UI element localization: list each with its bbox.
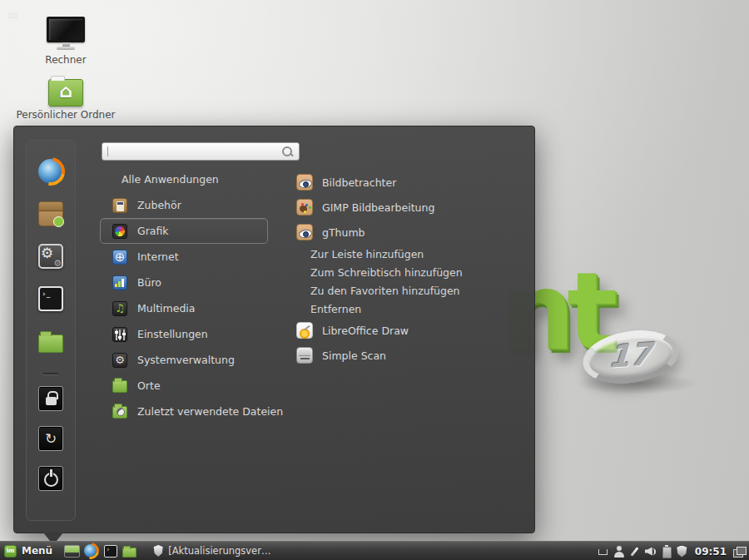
taskbar: Menü [Aktualisierungsver… 09:51 — [0, 541, 749, 560]
search-input[interactable] — [110, 146, 281, 157]
quick-launch-terminal[interactable] — [104, 545, 117, 558]
sidebar-separator — [43, 373, 58, 374]
logout-button[interactable] — [38, 426, 63, 451]
category-orte[interactable]: Orte — [100, 373, 268, 399]
terminal-icon — [38, 286, 63, 311]
taskbar-window-title: [Aktualisierungsver… — [168, 545, 270, 557]
context-item-zum-schreibtisch-hinzufugen[interactable]: Zum Schreibtisch hinzufügen — [296, 263, 517, 281]
text-caret — [107, 146, 108, 156]
desktop: ∞ nt 17 Rechner Persönlicher Ordner Alle… — [0, 0, 749, 560]
graphics-icon — [112, 224, 127, 239]
application-list: BildbetrachterGIMP BildbearbeitunggThumb… — [296, 170, 517, 368]
administration-icon — [112, 353, 127, 368]
category-multimedia[interactable]: Multimedia — [100, 295, 268, 321]
firefox-icon — [38, 159, 63, 184]
app-libreoffice-draw[interactable]: LibreOffice Draw — [296, 318, 517, 343]
desktop-icon-label: Rechner — [16, 54, 116, 66]
category-label: Multimedia — [137, 302, 196, 315]
quick-launch-show-desktop[interactable] — [64, 544, 79, 558]
computer-icon — [47, 17, 85, 52]
taskbar-clock[interactable]: 09:51 — [695, 546, 727, 558]
category-label: Grafik — [137, 225, 169, 237]
category-systemverwaltung[interactable]: Systemverwaltung — [100, 347, 268, 373]
context-item-label: Zu den Favoriten hinzufügen — [310, 285, 460, 297]
quick-launch-area — [64, 544, 136, 558]
lock-screen-button[interactable] — [38, 386, 63, 411]
multimedia-icon — [112, 301, 127, 316]
category-alle-anwendungen[interactable]: Alle Anwendungen — [100, 166, 268, 192]
places-icon — [112, 380, 127, 393]
search-icon — [281, 146, 294, 158]
recent-icon — [112, 406, 127, 419]
update-manager-tray-icon[interactable] — [677, 546, 688, 558]
app-label: Bildbetrachter — [322, 176, 396, 189]
simple-scan-icon — [296, 347, 313, 364]
computer-screen — [47, 17, 85, 42]
app-gimp-bildbearbeitung[interactable]: GIMP Bildbearbeitung — [296, 195, 517, 220]
category-label: Einstellungen — [137, 328, 208, 340]
app-simple-scan[interactable]: Simple Scan — [296, 343, 517, 368]
software-manager-icon — [38, 201, 63, 226]
firefox-icon — [84, 544, 97, 558]
system-tray: 09:51 — [598, 542, 747, 560]
image-viewer-icon — [296, 224, 313, 240]
category-label: Alle Anwendungen — [122, 173, 219, 186]
context-item-label: Zur Leiste hinzufügen — [310, 248, 424, 260]
accessories-icon — [112, 198, 127, 213]
workspace-switcher-icon[interactable] — [733, 546, 747, 558]
app-gthumb[interactable]: gThumb — [296, 220, 517, 245]
office-icon — [112, 275, 127, 290]
sidebar-fav-terminal[interactable] — [37, 285, 64, 312]
computer-base — [57, 47, 75, 50]
taskbar-window-update-manager[interactable]: [Aktualisierungsver… — [148, 542, 275, 560]
gimp-icon — [296, 199, 313, 216]
sidebar-fav-firefox[interactable] — [37, 158, 64, 185]
preferences-icon — [112, 327, 127, 342]
user-applet-tray-icon[interactable] — [613, 546, 624, 558]
category-internet[interactable]: Internet — [100, 244, 268, 270]
app-label: gThumb — [322, 226, 365, 239]
category-zuletzt-verwendete-dateien[interactable]: Zuletzt verwendete Dateien — [100, 399, 268, 424]
menu-button-label: Menü — [22, 545, 52, 557]
files-icon — [38, 335, 63, 353]
desktop-icon-home-folder[interactable]: Persönlicher Ordner — [16, 79, 116, 121]
context-item-zu-den-favoriten-hinzufugen[interactable]: Zu den Favoriten hinzufügen — [296, 281, 517, 300]
category-grafik[interactable]: Grafik — [100, 218, 268, 244]
category-label: Zubehör — [137, 199, 181, 211]
menu-button[interactable]: Menü — [0, 542, 59, 560]
internet-icon — [112, 250, 127, 265]
quit-button[interactable] — [38, 466, 63, 491]
sidebar-fav-settings[interactable] — [37, 243, 64, 270]
volume-tray-icon[interactable] — [645, 546, 656, 558]
removable-media-tray-icon[interactable] — [661, 546, 672, 558]
sidebar-fav-software-manager[interactable] — [37, 201, 64, 227]
settings-icon — [38, 244, 63, 269]
category-zubehor[interactable]: Zubehör — [100, 192, 268, 218]
sidebar-fav-files[interactable] — [37, 328, 64, 354]
menu-sidebar — [26, 140, 76, 521]
category-label: Büro — [137, 276, 161, 289]
app-label: Simple Scan — [322, 349, 386, 362]
quick-launch-files[interactable] — [122, 548, 136, 558]
libreoffice-draw-icon — [296, 322, 313, 339]
wallpaper-version-number: 17 — [608, 336, 652, 375]
context-item-zur-leiste-hinzufugen[interactable]: Zur Leiste hinzufügen — [296, 245, 517, 263]
mint-menu-panel: Alle AnwendungenZubehörGrafikInternetBür… — [13, 126, 535, 533]
quick-launch-firefox[interactable] — [84, 544, 99, 558]
category-einstellungen[interactable]: Einstellungen — [100, 321, 268, 347]
context-item-label: Entfernen — [310, 303, 361, 315]
context-item-label: Zum Schreibtisch hinzufügen — [310, 266, 463, 279]
mint-logo-icon — [4, 545, 17, 558]
category-buro[interactable]: Büro — [100, 270, 268, 295]
category-label: Internet — [137, 250, 179, 263]
image-viewer-icon — [296, 174, 313, 191]
context-item-entfernen[interactable]: Entfernen — [296, 300, 517, 318]
desktop-icon-computer[interactable]: Rechner — [16, 17, 116, 66]
search-box — [102, 142, 300, 161]
desktop-icon-label: Persönlicher Ordner — [16, 109, 116, 121]
tablet-pen-tray-icon[interactable] — [629, 546, 640, 558]
window-button-tray-icon[interactable] — [598, 546, 608, 558]
category-label: Zuletzt verwendete Dateien — [137, 405, 283, 418]
app-bildbetrachter[interactable]: Bildbetrachter — [296, 170, 517, 195]
category-list: Alle AnwendungenZubehörGrafikInternetBür… — [100, 166, 268, 424]
